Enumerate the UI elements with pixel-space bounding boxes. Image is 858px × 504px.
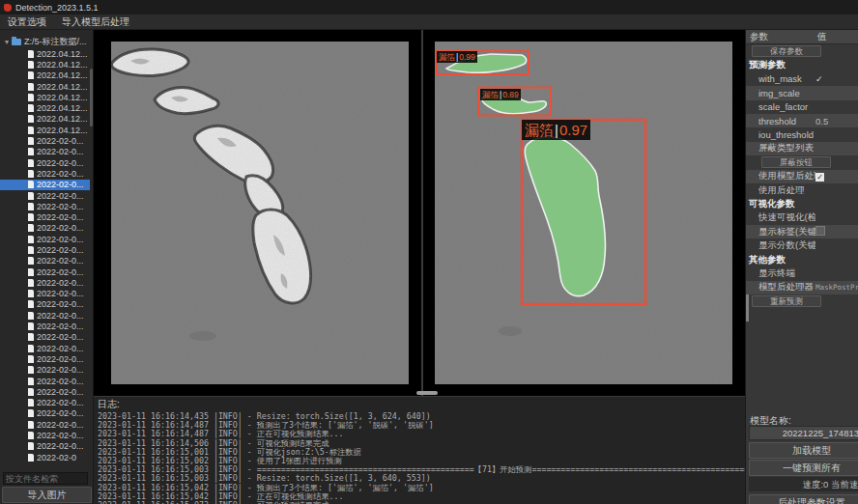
expand-arrow-icon[interactable]: ▾ (5, 38, 9, 46)
tree-file-item[interactable]: 2022-02-0... (0, 147, 90, 157)
param-row[interactable]: 显示终端 (746, 266, 858, 280)
filename-search-input[interactable] (3, 472, 88, 485)
file-icon (28, 421, 34, 429)
tree-file-item[interactable]: 2022-02-0... (0, 266, 90, 277)
param-row[interactable]: 使用模型后处理✓ (746, 170, 858, 183)
file-icon (28, 366, 34, 374)
detection-score: 0.97 (559, 122, 587, 138)
param-value[interactable]: ✓ (815, 171, 858, 182)
file-icon (28, 355, 34, 363)
param-button[interactable]: 重新预测 (752, 295, 821, 307)
predict-all-button[interactable]: 一键预测所有 (749, 460, 858, 476)
tree-file-item[interactable]: 2022-02-0... (0, 289, 90, 299)
tree-file-item[interactable]: 2022-02-0... (0, 386, 90, 397)
file-icon (28, 257, 34, 265)
param-value[interactable]: MaskPostPro (815, 283, 858, 292)
param-button[interactable]: 保存参数 (752, 45, 821, 57)
tree-file-item[interactable]: 2022-02-0... (0, 256, 90, 266)
tree-file-item[interactable]: 2022-02-0... (0, 441, 90, 452)
param-row[interactable]: 显示分数(关键点) (746, 238, 858, 252)
tree-file-item[interactable]: 2022-02-0... (0, 234, 90, 244)
model-name-value[interactable]: 20221225_174813 (749, 426, 858, 440)
checkbox-checked-icon[interactable]: ✓ (815, 173, 824, 182)
param-row[interactable]: 模型后处理器MaskPostPro (746, 281, 858, 294)
param-row[interactable]: 显示标签(关键点) (746, 225, 858, 238)
tree-file-item[interactable]: 2022-02-0... (0, 223, 90, 234)
tree-file-item[interactable]: 2022-02-0... (0, 353, 90, 364)
menu-import-postprocess[interactable]: 导入模型后处理 (62, 15, 129, 29)
file-name: 2022-02-0... (37, 256, 84, 266)
param-section-header: 预测参数 (746, 58, 858, 71)
tree-file-item[interactable]: 2022-02-0... (0, 180, 90, 190)
tree-file-item[interactable]: 2022-02-0... (0, 430, 90, 440)
file-name: 2022-02-0... (37, 365, 84, 375)
tree-file-item[interactable]: 2022-02-0... (0, 376, 90, 386)
param-row[interactable]: with_mask✓ (746, 72, 858, 86)
param-row[interactable]: threshold0.5 (746, 114, 858, 127)
tree-file-item[interactable]: 2022-02-0... (0, 408, 90, 419)
tree-file-item[interactable]: 2022-02-0... (0, 321, 90, 331)
tree-file-item[interactable]: 2022.04.12... (0, 102, 90, 113)
tree-file-item[interactable]: 2022-02-0... (0, 168, 90, 179)
tree-file-item[interactable]: 2022-02-0... (0, 332, 90, 343)
folder-icon (12, 39, 21, 45)
horizontal-scrollbar[interactable] (416, 391, 438, 395)
tree-file-item[interactable]: 2022-02-0... (0, 157, 90, 168)
prediction-image-view[interactable]: 漏箔|0.99 漏箔|0.89 漏箔|0.97 (435, 42, 732, 384)
param-button[interactable]: 屏蔽按钮 (761, 156, 831, 168)
tree-file-item[interactable]: 2022-02-0... (0, 201, 90, 211)
param-value[interactable]: 0.5 (815, 116, 858, 126)
tree-file-item[interactable]: 2022-02-0... (0, 135, 90, 146)
tree-file-item[interactable]: 2022-02-0... (0, 299, 90, 310)
file-icon (28, 246, 34, 254)
tree-file-item[interactable]: 2022-02-0... (0, 310, 90, 321)
tree-file-item[interactable]: 2022.04.12... (0, 59, 90, 70)
param-row[interactable]: scale_factor (746, 100, 858, 114)
file-icon (28, 148, 34, 155)
tree-file-item[interactable]: 2022-02-0... (0, 419, 90, 430)
original-image-view[interactable] (111, 42, 409, 384)
param-row[interactable]: 快速可视化(检测) (746, 211, 858, 225)
tree-file-item[interactable]: 2022.04.12... (0, 92, 90, 102)
file-tree[interactable]: ▾ Z:/5-标注数据/... 2022.04.12...2022.04.12.… (0, 36, 90, 464)
tree-file-item[interactable]: 2022.04.12... (0, 48, 90, 59)
param-row[interactable]: 使用后处理 (746, 183, 858, 197)
file-icon (28, 290, 34, 297)
menu-settings[interactable]: 设置选项 (8, 15, 46, 29)
tree-scrollbar[interactable] (90, 69, 93, 126)
tree-root-folder[interactable]: ▾ Z:/5-标注数据/... (0, 36, 90, 48)
log-console[interactable]: 日志: 2023-01-11 16:16:14,435 |INFO| - Res… (94, 396, 745, 504)
tree-file-item[interactable]: 2022-02-0 (0, 452, 90, 462)
tree-file-item[interactable]: 2022.04.12... (0, 125, 90, 135)
tree-file-item[interactable]: 2022-02-0... (0, 211, 90, 222)
detection-class: 漏箔 (439, 52, 455, 62)
postprocess-settings-button[interactable]: 后处理参数设置 (749, 494, 858, 504)
tree-file-item[interactable]: 2022-02-0... (0, 190, 90, 201)
tree-file-item[interactable]: 2022-02-0... (0, 244, 90, 255)
tree-file-item[interactable]: 2022-02-0... (0, 398, 90, 408)
file-icon (28, 170, 34, 178)
tree-file-item[interactable]: 2022.04.12... (0, 81, 90, 92)
param-value[interactable]: ✓ (815, 73, 858, 84)
tree-file-item[interactable]: 2022-02-0... (0, 365, 90, 376)
param-row[interactable]: 屏蔽类型列表 (746, 142, 858, 155)
file-icon (28, 137, 34, 145)
param-row[interactable]: iou_threshold (746, 127, 858, 141)
tree-file-item[interactable]: 2022.04.12... (0, 70, 90, 81)
import-images-button[interactable]: 导入图片 (2, 487, 92, 503)
param-name: 快速可视化(检测) (758, 211, 815, 224)
params-table-header: 参数 值 (746, 30, 858, 44)
params-scrollbar[interactable] (746, 294, 749, 322)
title-bar: Detection_2023.1.5.1 (0, 0, 858, 14)
tree-file-item[interactable]: 2022-02-0... (0, 343, 90, 353)
param-button-row: 重新预测 (746, 294, 858, 308)
file-name: 2022.04.12... (37, 49, 88, 59)
check-icon: ✓ (815, 74, 823, 84)
tree-file-item[interactable]: 2022.04.12... (0, 114, 90, 125)
tree-file-item[interactable]: 2022-02-0... (0, 277, 90, 288)
image-splitter[interactable] (421, 30, 423, 396)
param-row[interactable]: img_scale (746, 86, 858, 99)
checkbox-empty-icon[interactable] (815, 226, 825, 236)
param-value[interactable] (815, 226, 858, 238)
load-model-button[interactable]: 加载模型 (749, 442, 858, 459)
